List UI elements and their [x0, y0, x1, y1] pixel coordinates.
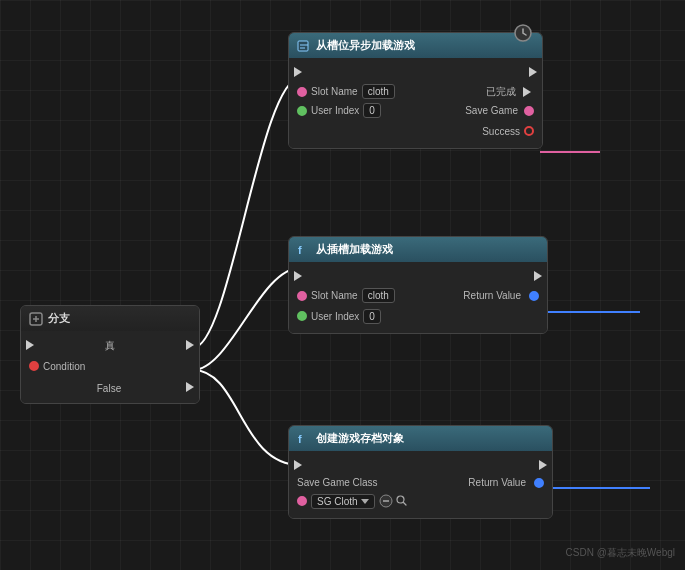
branch-title: 分支	[48, 311, 70, 326]
create-class-row: Save Game Class Return Value	[289, 475, 552, 490]
create-sgcloth-value: SG Cloth	[317, 496, 358, 507]
async-success-label: Success	[482, 126, 520, 137]
branch-exec-true	[183, 338, 199, 354]
condition-pin	[29, 361, 39, 371]
svg-marker-13	[294, 460, 302, 470]
async-userindex-pin	[297, 106, 307, 116]
branch-condition-row: Condition	[21, 355, 199, 377]
async-load-header: 从槽位异步加载游戏	[289, 33, 542, 58]
watermark: CSDN @暮志未晚Webgl	[566, 546, 675, 560]
slot-userindex-pin	[297, 311, 307, 321]
svg-marker-1	[26, 340, 34, 350]
async-savegame-pin-out	[524, 106, 534, 116]
slot-return-label: Return Value	[463, 290, 521, 301]
create-sgcloth-pin	[297, 496, 307, 506]
branch-header: 分支	[21, 306, 199, 331]
svg-marker-6	[294, 67, 302, 77]
svg-marker-2	[186, 340, 194, 350]
async-load-title: 从槽位异步加载游戏	[316, 38, 415, 53]
async-slot-pin-in	[297, 87, 307, 97]
async-done-label: 已完成	[486, 85, 516, 99]
slot-name-label: Slot Name	[311, 290, 358, 301]
async-slot-row: Slot Name cloth 已完成	[289, 82, 542, 101]
async-success-pin	[524, 126, 534, 136]
slot-name-pin-in	[297, 291, 307, 301]
create-save-header: f 创建游戏存档对象	[289, 426, 552, 451]
branch-exec-in	[21, 338, 37, 354]
dropdown-icon	[361, 497, 369, 505]
slot-load-header: f 从插槽加载游戏	[289, 237, 547, 262]
slot-exec-row	[289, 268, 547, 286]
minus-circle-icon[interactable]	[379, 494, 393, 508]
svg-marker-3	[186, 382, 194, 392]
async-slot-label: Slot Name	[311, 86, 358, 97]
create-class-label: Save Game Class	[297, 477, 378, 488]
svg-point-17	[397, 496, 404, 503]
slot-userindex-value: 0	[363, 309, 381, 324]
svg-text:f: f	[298, 244, 302, 256]
slot-name-value: cloth	[362, 288, 395, 303]
async-success-row: Success	[289, 120, 542, 142]
async-load-node: 从槽位异步加载游戏 Slot Name cloth 已完成	[288, 32, 543, 149]
svg-text:f: f	[298, 433, 302, 445]
async-userindex-label: User Index	[311, 105, 359, 116]
slot-load-title: 从插槽加载游戏	[316, 242, 393, 257]
branch-true-label: 真	[105, 339, 115, 353]
branch-exec-false	[183, 380, 199, 396]
svg-marker-7	[529, 67, 537, 77]
svg-marker-11	[534, 271, 542, 281]
slot-return-pin	[529, 291, 539, 301]
svg-marker-10	[294, 271, 302, 281]
svg-marker-8	[523, 87, 531, 97]
slot-load-node: f 从插槽加载游戏 Slot Name cloth Return Value	[288, 236, 548, 334]
async-exec-row	[289, 64, 542, 82]
branch-node: 分支 真 Condition False	[20, 305, 200, 404]
create-exec-row	[289, 457, 552, 475]
create-sgcloth-row: SG Cloth	[289, 490, 552, 512]
condition-label: Condition	[43, 361, 85, 372]
slot-userindex-row: User Index 0	[289, 305, 547, 327]
svg-rect-5	[298, 41, 308, 51]
branch-false-label: False	[97, 383, 121, 394]
create-sgcloth-selector[interactable]: SG Cloth	[311, 494, 375, 509]
create-save-title: 创建游戏存档对象	[316, 431, 404, 446]
async-userindex-value: 0	[363, 103, 381, 118]
create-save-node: f 创建游戏存档对象 Save Game Class Return Value	[288, 425, 553, 519]
search-icon[interactable]	[395, 494, 409, 508]
slot-name-row: Slot Name cloth Return Value	[289, 286, 547, 305]
async-slot-value: cloth	[362, 84, 395, 99]
async-userindex-row: User Index 0 Save Game	[289, 101, 542, 120]
svg-marker-14	[539, 460, 547, 470]
async-savegame-label: Save Game	[465, 105, 518, 116]
clock-icon	[514, 24, 532, 42]
slot-userindex-label: User Index	[311, 311, 359, 322]
svg-marker-15	[361, 499, 369, 504]
create-return-label: Return Value	[468, 477, 526, 488]
create-return-pin	[534, 478, 544, 488]
